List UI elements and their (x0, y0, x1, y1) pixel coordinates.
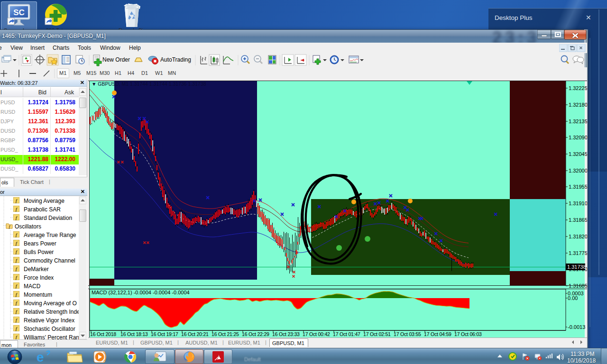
svg-text:17 Oct 03:55: 17 Oct 03:55 (394, 331, 421, 337)
svg-text:MACD (32,122,1) -0.0004 -0.000: MACD (32,122,1) -0.0004 -0.0004 -0.0004 (92, 290, 190, 295)
svg-text:16 Oct 23:33: 16 Oct 23:33 (272, 331, 300, 337)
svg-text:17 Oct 01:47: 17 Oct 01:47 (333, 331, 360, 337)
svg-text:e: e (37, 350, 44, 364)
svg-text:17 Oct 04:59: 17 Oct 04:59 (424, 331, 451, 337)
svg-text:16 Oct 18:13: 16 Oct 18:13 (120, 331, 148, 337)
svg-text:1.31738: 1.31738 (567, 264, 586, 270)
svg-text:SC: SC (13, 8, 25, 17)
svg-text:1.31910: 1.31910 (569, 200, 587, 206)
svg-text:17 Oct 06:03: 17 Oct 06:03 (454, 331, 482, 337)
svg-text:16 Oct 19:17: 16 Oct 19:17 (151, 331, 178, 337)
svg-text:16 Oct 2018: 16 Oct 2018 (90, 331, 116, 337)
svg-text:1.32000: 1.32000 (569, 168, 587, 173)
svg-text:▼ GBPUSD, M1 1.31744 1.31744: ▼ GBPUSD, M1 1.31744 1.31744 1.31736 1.3… (92, 81, 206, 87)
svg-text:1.32180: 1.32180 (569, 102, 587, 108)
svg-text:0.00: 0.00 (568, 295, 578, 301)
svg-text:1.31865: 1.31865 (569, 217, 587, 223)
svg-text:New Order: New Order (102, 56, 130, 63)
svg-text:1.31820: 1.31820 (569, 234, 587, 239)
svg-text:16 Oct 22:29: 16 Oct 22:29 (242, 331, 269, 337)
svg-text:16 Oct 21:25: 16 Oct 21:25 (212, 331, 239, 337)
svg-text:17 Oct 00:42: 17 Oct 00:42 (303, 331, 330, 337)
svg-text:1.32135: 1.32135 (569, 118, 587, 124)
svg-text:AutoTrading: AutoTrading (160, 56, 191, 63)
svg-text:1.31685: 1.31685 (569, 283, 587, 289)
svg-text:1.32225: 1.32225 (569, 85, 587, 91)
svg-text:17 Oct 02:51: 17 Oct 02:51 (363, 331, 391, 337)
svg-text:1.31955: 1.31955 (569, 184, 587, 190)
svg-text:16 Oct 20:21: 16 Oct 20:21 (181, 331, 209, 337)
svg-text:1.32090: 1.32090 (569, 135, 587, 140)
svg-text:1.31775: 1.31775 (569, 250, 587, 256)
svg-text:-0.0013: -0.0013 (568, 324, 585, 330)
svg-text:1.32045: 1.32045 (569, 151, 587, 157)
